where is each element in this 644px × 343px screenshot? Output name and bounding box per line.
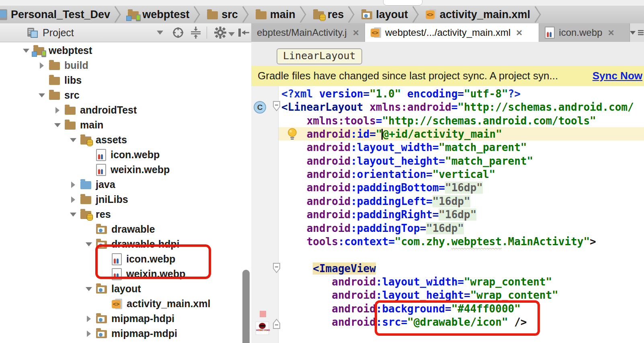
expand-arrow[interactable] bbox=[53, 107, 62, 114]
code-line-10[interactable]: android:paddingRight="16dp" bbox=[281, 208, 476, 221]
breadcrumb-item-layout[interactable]: layout bbox=[357, 8, 410, 21]
module-folder-icon bbox=[128, 11, 139, 19]
code-line-4[interactable]: android:id="@+id/activity_main" bbox=[281, 128, 502, 141]
tab-mainactivity-java[interactable]: ebptest/MainActivity.java × bbox=[251, 23, 365, 42]
tab-list-dropdown[interactable] bbox=[630, 23, 644, 42]
expand-arrow[interactable] bbox=[69, 196, 77, 203]
code-line-12[interactable]: tools:context="com.zhy.webptest.MainActi… bbox=[281, 235, 596, 248]
fold-marker-expanded-icon[interactable] bbox=[272, 262, 281, 274]
sync-now-link[interactable]: Sync Now bbox=[593, 70, 642, 82]
expand-arrow[interactable] bbox=[38, 93, 46, 97]
breadcrumb-label: res bbox=[328, 8, 344, 21]
code-line-1[interactable]: <?xml version="1.0" encoding="utf-8"?> bbox=[281, 87, 521, 101]
expand-arrow[interactable] bbox=[69, 213, 77, 217]
hide-panel-icon[interactable] bbox=[237, 27, 251, 39]
code-line-14[interactable]: <ImageView bbox=[281, 262, 376, 275]
tree-item-mipmap-hdpi[interactable]: mipmap-hdpi bbox=[85, 311, 174, 326]
tree-item-libs[interactable]: libs bbox=[38, 73, 82, 88]
tab-label: icon.webp bbox=[559, 27, 602, 38]
code-line-2[interactable]: <LinearLayout xmlns:android="http://sche… bbox=[281, 101, 634, 114]
tree-item-mipmap-mdpi[interactable]: mipmap-mdpi bbox=[85, 326, 177, 341]
tree-item-label: activity_main.xml bbox=[127, 298, 210, 310]
expand-arrow[interactable] bbox=[38, 62, 46, 69]
tree-item-icon-webp[interactable]: icon.webp bbox=[100, 252, 175, 267]
collapse-all-icon[interactable] bbox=[190, 26, 202, 39]
tree-item-label: res bbox=[96, 209, 111, 220]
code-line-3[interactable]: xmlns:tools="http://schemas.android.com/… bbox=[281, 114, 596, 128]
fold-marker-expanded-icon[interactable] bbox=[272, 101, 281, 112]
code-line-16[interactable]: android:layout_height="wrap_content" bbox=[281, 289, 558, 302]
code-editor[interactable]: C HONGYANG <?xml version="1.0" en bbox=[251, 86, 644, 343]
webp-file-icon bbox=[112, 253, 122, 265]
code-line-5[interactable]: android:layout_width="match_parent" bbox=[281, 141, 527, 154]
close-icon[interactable]: × bbox=[608, 27, 614, 39]
expand-arrow[interactable] bbox=[53, 123, 62, 127]
tree-item-activity-main-xml[interactable]: <>activity_main.xml bbox=[100, 296, 210, 311]
toolbar-separator bbox=[207, 27, 207, 39]
panel-title: Project bbox=[43, 27, 74, 39]
tree-item-main[interactable]: main bbox=[53, 118, 103, 132]
breadcrumb-item-webptest[interactable]: webptest bbox=[124, 8, 191, 21]
tab-icon-webp[interactable]: icon.webp × bbox=[539, 23, 630, 42]
expand-arrow[interactable] bbox=[22, 49, 30, 53]
code-line-8[interactable]: android:paddingBottom="16dp" bbox=[281, 181, 483, 194]
breadcrumb-item-res[interactable]: res bbox=[309, 8, 346, 21]
tree-item-weixin-webp[interactable]: weixin.webp bbox=[85, 162, 170, 177]
close-icon[interactable]: × bbox=[516, 27, 522, 39]
tree-item-build[interactable]: build bbox=[38, 58, 88, 73]
folder-icon bbox=[65, 122, 76, 130]
chevron-separator-icon bbox=[534, 6, 541, 23]
chevron-separator-icon bbox=[114, 6, 121, 23]
breadcrumb-item-main[interactable]: main bbox=[252, 8, 297, 21]
tree-item-jnilibs[interactable]: jniLibs bbox=[69, 192, 128, 207]
class-gutter-icon[interactable]: C bbox=[254, 101, 266, 114]
tree-item-drawable-hdpi[interactable]: drawable-hdpi bbox=[85, 237, 179, 252]
code-line-9[interactable]: android:paddingLeft="16dp" bbox=[281, 195, 470, 208]
close-icon[interactable]: × bbox=[353, 27, 359, 39]
expand-arrow[interactable] bbox=[85, 287, 93, 291]
code-line-17[interactable]: android:background="#44ff0000" bbox=[281, 302, 521, 316]
drawable-preview-icon[interactable]: HONGYANG bbox=[256, 322, 269, 335]
locate-icon[interactable] bbox=[172, 27, 184, 39]
fold-marker-end-icon[interactable] bbox=[272, 318, 281, 329]
tab-activity-main-xml[interactable]: <> webptest/.../activity_main.xml × bbox=[365, 23, 539, 42]
tree-item-res[interactable]: res bbox=[69, 207, 111, 222]
project-tree-scrollbar[interactable] bbox=[242, 270, 250, 343]
code-line-7[interactable]: android:orientation="vertical" bbox=[281, 168, 495, 181]
tree-item-icon-webp[interactable]: icon.webp bbox=[85, 147, 160, 162]
gear-dropdown-arrow-icon[interactable] bbox=[228, 32, 235, 36]
expand-arrow[interactable] bbox=[69, 182, 77, 188]
tree-item-androidtest[interactable]: androidTest bbox=[53, 103, 137, 118]
tree-item-weixin-webp[interactable]: weixin.webp bbox=[100, 267, 185, 281]
breadcrumb-label: main bbox=[270, 8, 295, 21]
tree-item-label: drawable bbox=[111, 223, 155, 235]
banner-message: Gradle files have changed since last pro… bbox=[258, 70, 593, 82]
expand-arrow[interactable] bbox=[69, 138, 77, 142]
folder-icon bbox=[80, 196, 91, 204]
code-line-15[interactable]: android:layout_width="wrap_content" bbox=[281, 275, 552, 289]
tree-item-layout[interactable]: layout bbox=[85, 281, 141, 296]
color-preview-swatch[interactable] bbox=[260, 311, 266, 317]
breadcrumb-item-activity_main.xml[interactable]: <>activity_main.xml bbox=[422, 8, 532, 21]
chevron-separator-icon bbox=[348, 6, 355, 23]
tree-item-webptest[interactable]: webptest bbox=[22, 43, 92, 58]
breadcrumb-chip-linearlayout[interactable]: LinearLayout bbox=[277, 48, 362, 64]
settings-gear-icon[interactable] bbox=[214, 26, 227, 39]
expand-arrow[interactable] bbox=[85, 331, 93, 337]
tree-item-drawable[interactable]: drawable bbox=[85, 222, 155, 237]
editor-tab-bar: ebptest/MainActivity.java × <> webptest/… bbox=[251, 23, 644, 42]
breadcrumb-item-personal_test_dev[interactable]: Personal_Test_Dev bbox=[0, 8, 112, 21]
tree-item-assets[interactable]: assets bbox=[69, 132, 127, 147]
expand-arrow[interactable] bbox=[85, 242, 93, 246]
tree-item-src[interactable]: src bbox=[38, 88, 80, 103]
code-line-11[interactable]: android:paddingTop="16dp" bbox=[281, 222, 464, 235]
resources-folder-icon bbox=[313, 11, 324, 19]
tree-item-java[interactable]: java bbox=[69, 177, 115, 192]
expand-arrow[interactable] bbox=[85, 316, 93, 322]
chevron-down-icon[interactable] bbox=[157, 31, 163, 35]
code-line-6[interactable]: android:layout_height="match_parent" bbox=[281, 155, 533, 168]
code-line-18[interactable]: android:src="@drawable/icon" /> bbox=[281, 316, 527, 329]
tab-label: ebptest/MainActivity.java bbox=[257, 27, 347, 38]
breadcrumb-item-src[interactable]: src bbox=[203, 8, 240, 21]
list-icon bbox=[638, 29, 644, 36]
